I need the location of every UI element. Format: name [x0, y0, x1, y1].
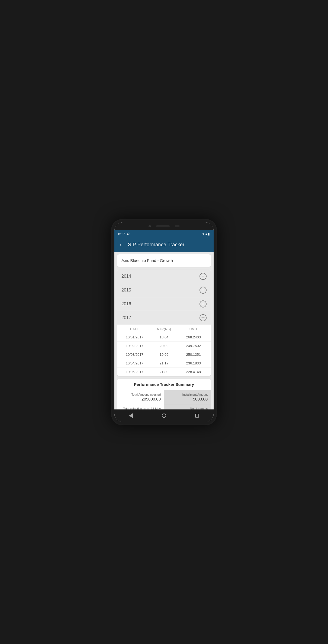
installment-value: 5000.00 — [167, 397, 208, 401]
home-circle-icon — [162, 414, 166, 418]
year-row-2014[interactable]: 2014 + — [117, 270, 211, 283]
expand-icon-2016: + — [200, 300, 207, 307]
main-content: Axis Bluechip Fund - Growth 2014 + 2015 … — [114, 252, 214, 409]
row5-date: 10/05/2017 — [120, 370, 149, 374]
table-row: 10/03/2017 19.99 250.1251 — [117, 350, 211, 359]
total-invested-label: Total Amount Invested — [120, 393, 161, 396]
total-invested-value: 205000.00 — [120, 397, 161, 401]
recents-square-icon — [195, 414, 199, 418]
expand-icon-2015: + — [200, 287, 207, 294]
row3-nav: 19.99 — [149, 353, 179, 357]
summary-row-1: Total Amount Invested 205000.00 Installm… — [117, 390, 211, 404]
sensor — [175, 225, 179, 227]
valuation-label: Total valuation as on 31 May 2017 — [120, 407, 161, 409]
table-row: 10/05/2017 21.89 228.4148 — [117, 368, 211, 376]
summary-valuation: Total valuation as on 31 May 2017 250762… — [117, 404, 164, 409]
collapse-icon-2017: − — [200, 314, 207, 321]
row2-nav: 20.02 — [149, 344, 179, 348]
year-label-2015: 2015 — [121, 288, 131, 293]
col-nav: NAV(Rs) — [149, 327, 179, 331]
year-row-2016[interactable]: 2016 + — [117, 297, 211, 311]
row2-date: 10/02/2017 — [120, 344, 149, 348]
col-unit: UNIT — [179, 327, 208, 331]
table-row: 10/01/2017 18.64 268.2403 — [117, 333, 211, 342]
fund-name: Axis Bluechip Fund - Growth — [121, 258, 173, 263]
summary-row-2: Total valuation as on 31 May 2017 250762… — [117, 404, 211, 409]
back-nav-button[interactable] — [127, 411, 135, 420]
back-button[interactable]: ← — [119, 242, 124, 248]
app-header: ← SIP Performance Tracker — [114, 238, 214, 252]
back-triangle-icon — [129, 413, 133, 418]
row3-unit: 250.1251 — [179, 353, 208, 357]
row3-date: 10/03/2017 — [120, 353, 149, 357]
performance-summary: Performance Tracker Summary Total Amount… — [117, 379, 211, 409]
year-label-2014: 2014 — [121, 274, 131, 279]
recents-nav-button[interactable] — [193, 412, 201, 420]
settings-icon: ⚙ — [127, 232, 130, 236]
row1-nav: 18.64 — [149, 335, 179, 339]
summary-installment: Installment Amount 5000.00 — [164, 390, 211, 404]
table-row: 10/02/2017 20.02 249.7502 — [117, 342, 211, 350]
expand-icon-2014: + — [200, 273, 207, 280]
speaker-grill — [156, 225, 170, 227]
row4-date: 10/04/2017 — [120, 361, 149, 365]
table-header: DATE NAV(Rs) UNIT — [117, 325, 211, 333]
table-row: 10/04/2017 21.17 236.1833 — [117, 359, 211, 368]
wifi-icon: ▾ — [202, 232, 204, 236]
row1-unit: 268.2403 — [179, 335, 208, 339]
year-accordion: 2014 + 2015 + 2016 + 2017 − — [117, 270, 211, 376]
row5-unit: 228.4148 — [179, 370, 208, 374]
phone-top-bar — [114, 222, 214, 230]
installment-label: Installment Amount — [167, 393, 208, 396]
summary-months: No of months 41 — [164, 404, 211, 409]
row4-unit: 236.1833 — [179, 361, 208, 365]
camera-dot — [149, 225, 151, 227]
time-display: 6:17 — [118, 232, 125, 236]
row4-nav: 21.17 — [149, 361, 179, 365]
battery-icon: ▮ — [208, 232, 210, 236]
year-row-2015[interactable]: 2015 + — [117, 283, 211, 297]
bottom-navigation — [114, 409, 214, 422]
year-row-2017[interactable]: 2017 − — [117, 311, 211, 325]
status-bar: 6:17 ⚙ ▾ ◂ ▮ — [114, 230, 214, 238]
status-left: 6:17 ⚙ — [118, 232, 130, 236]
expanded-table-2017: DATE NAV(Rs) UNIT 10/01/2017 18.64 268.2… — [117, 325, 211, 376]
col-date: DATE — [120, 327, 149, 331]
status-right: ▾ ◂ ▮ — [202, 232, 210, 236]
home-nav-button[interactable] — [160, 411, 168, 420]
fund-name-card: Axis Bluechip Fund - Growth — [117, 254, 211, 267]
signal-icon: ◂ — [205, 232, 207, 236]
year-label-2017: 2017 — [121, 315, 131, 320]
summary-title: Performance Tracker Summary — [117, 379, 211, 390]
row1-date: 10/01/2017 — [120, 335, 149, 339]
row5-nav: 21.89 — [149, 370, 179, 374]
page-title: SIP Performance Tracker — [128, 242, 185, 248]
row2-unit: 249.7502 — [179, 344, 208, 348]
summary-total-invested: Total Amount Invested 205000.00 — [117, 390, 164, 404]
months-label: No of months — [167, 407, 208, 409]
year-label-2016: 2016 — [121, 302, 131, 306]
